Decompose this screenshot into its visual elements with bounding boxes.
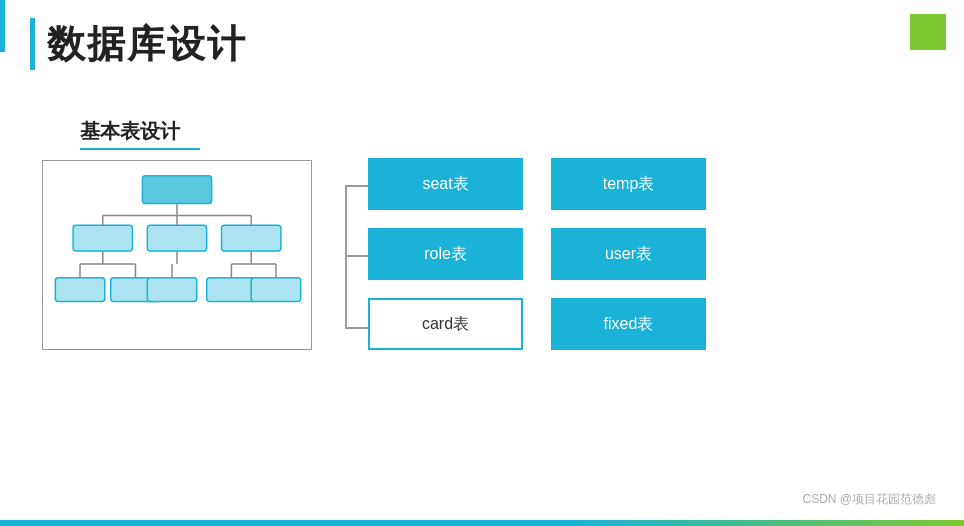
svg-rect-2: [147, 225, 206, 251]
tree-diagram-svg: [43, 161, 311, 349]
footer-watermark: CSDN @项目花园范德彪: [802, 491, 936, 508]
svg-rect-9: [55, 278, 104, 302]
svg-rect-12: [207, 278, 256, 302]
title-left-bar: [30, 18, 35, 70]
table-temp-btn: temp表: [551, 158, 706, 210]
table-seat-btn: seat表: [368, 158, 523, 210]
title-area: 数据库设计: [30, 18, 247, 70]
table-user-btn: user表: [551, 228, 706, 280]
svg-rect-1: [73, 225, 132, 251]
svg-rect-0: [142, 176, 211, 204]
tables-grid: seat表 temp表 role表 user表 card表 fixed表: [368, 158, 706, 350]
svg-rect-13: [251, 278, 300, 302]
section-underline: [80, 148, 200, 150]
table-card-btn: card表: [368, 298, 523, 350]
page-container: 数据库设计 基本表设计: [0, 0, 964, 526]
svg-rect-11: [147, 278, 196, 302]
section-label: 基本表设计: [80, 118, 180, 145]
tree-diagram-box: [42, 160, 312, 350]
bottom-accent-bar: [0, 520, 964, 526]
table-role-btn: role表: [368, 228, 523, 280]
title-accent-bar: [0, 0, 5, 52]
page-title: 数据库设计: [47, 19, 247, 70]
green-accent-square: [910, 14, 946, 50]
table-fixed-btn: fixed表: [551, 298, 706, 350]
svg-rect-3: [222, 225, 281, 251]
